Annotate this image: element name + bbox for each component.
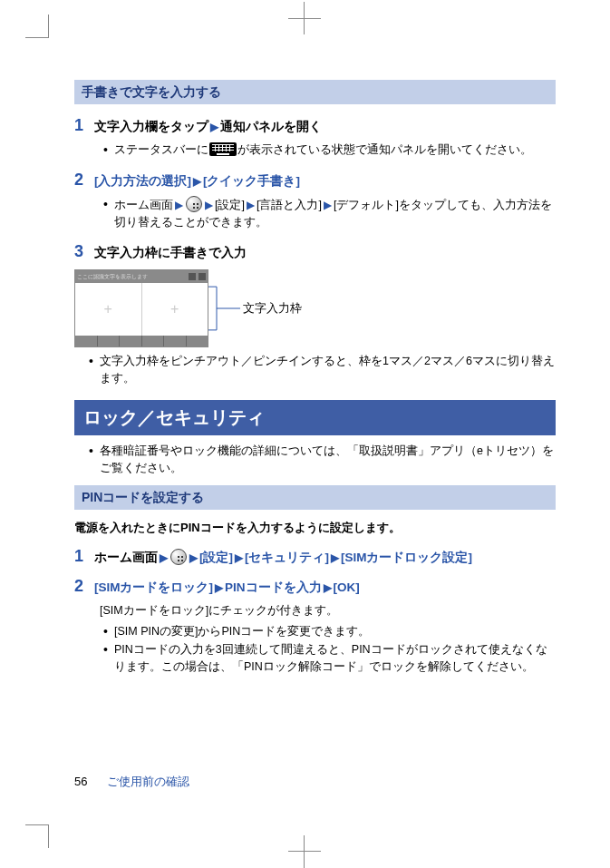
step-2-bullet: ホーム画面[設定][言語と入力][デフォルト]をタップしても、入力方法を切り替え… [102,196,556,231]
step-1-bullet: ステータスバーにが表示されている状態で通知パネルを開いてください。 [102,141,556,159]
footer-text: ご使用前の確認 [107,775,189,788]
subsection-handwrite: 手書きで文字を入力する [74,80,556,104]
pin-step-2: 2 [SIMカードをロック]PINコードを入力[OK] [SIMカードをロック]… [74,574,556,676]
pin1-p0: [設定] [199,551,233,564]
hw-cell: + [142,283,208,336]
handwrite-panel: ここに認識文字を表示します + + [74,269,208,347]
step-2-title-b: [クイック手書き] [203,174,300,188]
arrow-icon [158,551,169,564]
callout-label: 文字入力枠 [243,300,302,317]
step-1-bullet-a: ステータスバーに [114,143,208,156]
pin2-p0: [SIMカードをロック] [94,580,213,594]
arrow-icon [322,581,334,594]
hw-placeholder: ここに認識文字を表示します [77,273,148,281]
pin2-bullet-1: PINコードの入力を3回連続して間違えると、PINコードがロックされて使えなくな… [102,641,556,676]
keyboard-icon [209,142,237,156]
pin2-p2: [OK] [334,580,360,594]
hw-top-icons [189,273,206,280]
pin1-p2: [SIMカードロック設定] [341,551,472,564]
hw-cell: + [75,283,142,336]
page-number: 56 [74,775,87,788]
step-3: 3 文字入力枠に手書きで入力 [74,239,556,264]
step-1-title-b: 通知パネルを開く [220,120,322,133]
step-number: 3 [74,239,94,264]
arrow-icon [329,551,341,564]
callout-connector [208,269,243,347]
arrow-icon [213,581,225,594]
arrow-icon [233,551,245,564]
arrow-icon [203,199,215,211]
pin-step-2-title: [SIMカードをロック]PINコードを入力[OK] [94,579,360,597]
step-2-title: [入力方法の選択][クイック手書き] [94,172,300,190]
pin-lead: 電源を入れたときにPINコードを入力するように設定します。 [74,519,556,537]
step-2-title-a: [入力方法の選択] [94,174,191,188]
step-3-bullet: 文字入力枠をピンチアウト／ピンチインすると、枠を1マス／2マス／6マスに切り替え… [87,353,556,387]
arrow-icon [188,551,199,564]
apps-icon [170,549,187,565]
step-number: 1 [74,544,94,569]
pin2-after: [SIMカードをロック]にチェックが付きます。 [100,602,556,619]
apps-icon [186,196,202,212]
pin2-p1: PINコードを入力 [225,580,322,594]
crop-mark-bl [25,824,49,848]
step-1: 1 文字入力欄をタップ通知パネルを開く ステータスバーにが表示されている状態で通… [74,113,556,159]
step-2-bullet-lead: ホーム画面 [114,199,173,211]
pin1-a: ホーム画面 [94,551,158,564]
arrow-icon [173,199,185,211]
subsection-pin: PINコードを設定する [74,485,556,510]
step-1-title-a: 文字入力欄をタップ [94,120,208,133]
hw-bottom-bar [75,336,208,346]
pin2-bullet-0: [SIM PINの変更]からPINコードを変更できます。 [102,623,556,640]
pin-step-1-title: ホーム画面[設定][セキュリティ][SIMカードロック設定] [94,549,472,567]
pin1-p1: [セキュリティ] [245,551,329,564]
arrow-icon [208,121,220,133]
step-2-p0: [設定] [215,199,245,211]
crop-mark-tl [25,15,49,38]
step-3-title: 文字入力枠に手書きで入力 [94,244,247,262]
arrow-icon [245,199,257,211]
arrow-icon [322,199,334,211]
step-1-title: 文字入力欄をタップ通知パネルを開く [94,118,322,136]
step-number: 1 [74,113,94,138]
handwrite-figure: ここに認識文字を表示します + + 文字入力枠 [74,269,556,347]
section-lock-security: ロック／セキュリティ [74,400,556,435]
page-footer: 56 ご使用前の確認 [74,773,189,791]
step-1-bullet-b: が表示されている状態で通知パネルを開いてください。 [237,143,532,156]
pin-step-1: 1 ホーム画面[設定][セキュリティ][SIMカードロック設定] [74,544,556,569]
step-2-p1: [言語と入力] [257,199,322,211]
step-number: 2 [74,574,94,599]
lock-section-bullet: 各種暗証番号やロック機能の詳細については、「取扱説明書」アプリ（eトリセツ）をご… [87,443,556,477]
step-2: 2 [入力方法の選択][クイック手書き] ホーム画面[設定][言語と入力][デフ… [74,168,556,231]
step-number: 2 [74,168,94,192]
arrow-icon [191,175,203,188]
